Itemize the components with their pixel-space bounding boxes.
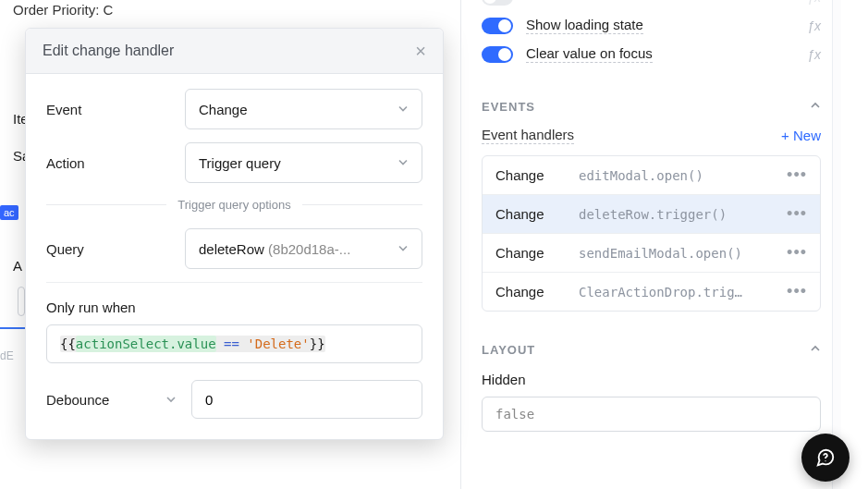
more-icon[interactable]: ••• <box>779 287 807 296</box>
inspector-panel: ƒx Show loading state ƒx Clear value on … <box>460 0 841 489</box>
bg-order-priority: Order Priority: C <box>13 2 113 18</box>
handler-event: Change <box>495 284 579 300</box>
condition-input[interactable]: {{actionSelect.value == 'Delete'}} <box>46 324 422 363</box>
toggle-show-loading-label: Show loading state <box>526 17 643 34</box>
hidden-label: Hidden <box>482 372 821 387</box>
edit-handler-modal: Edit change handler × Event Change Actio… <box>25 28 444 440</box>
layout-section-title: LAYOUT <box>482 343 535 357</box>
chevron-down-icon <box>397 102 409 117</box>
chevron-down-icon <box>165 392 177 408</box>
handler-action: sendEmailModal.open() <box>579 246 779 261</box>
toggle-row-show-loading: Show loading state ƒx <box>461 11 841 40</box>
layout-section-header[interactable]: LAYOUT <box>461 330 841 366</box>
panel-resize-handle[interactable] <box>832 0 841 489</box>
event-handlers-label: Event handlers <box>482 127 574 144</box>
help-button[interactable] <box>801 434 850 482</box>
modal-header: Edit change handler × <box>26 29 443 74</box>
action-select[interactable]: Trigger query <box>185 142 422 183</box>
handler-action: editModal.open() <box>579 168 779 183</box>
handler-action: deleteRow.trigger() <box>579 207 779 222</box>
modal-title: Edit change handler <box>43 43 174 59</box>
chevron-up-icon <box>810 100 821 114</box>
toggle-show-loading[interactable] <box>482 18 513 34</box>
divider <box>46 282 422 283</box>
query-label: Query <box>46 241 185 257</box>
more-icon[interactable]: ••• <box>779 210 807 218</box>
bg-label-a: A <box>13 258 22 274</box>
bg-faded-text: dE <box>0 349 14 362</box>
query-id: (8b20d18a-... <box>268 241 350 257</box>
fx-icon[interactable]: ƒx <box>807 47 821 62</box>
svg-point-0 <box>825 460 825 461</box>
fx-icon[interactable]: ƒx <box>807 18 821 33</box>
handler-row[interactable]: Change ClearActionDrop.trig… ••• <box>483 272 820 311</box>
query-select[interactable]: deleteRow (8b20d18a-... <box>185 228 422 269</box>
chevron-down-icon <box>397 241 409 257</box>
options-divider: Trigger query options <box>46 196 422 212</box>
handler-event: Change <box>495 245 579 261</box>
toggle-row-hide-clear: ƒx <box>461 0 841 11</box>
toggle-clear-focus[interactable] <box>482 46 513 63</box>
handler-event: Change <box>495 167 579 183</box>
hidden-input[interactable]: false <box>482 397 821 432</box>
events-section-header[interactable]: EVENTS <box>461 87 841 123</box>
debounce-input[interactable] <box>191 380 422 419</box>
bg-component-chip[interactable]: ac <box>0 205 18 220</box>
event-handlers-list: Change editModal.open() ••• Change delet… <box>482 155 821 312</box>
event-select[interactable]: Change <box>185 89 422 129</box>
toggle-clear-focus-label: Clear value on focus <box>526 45 653 63</box>
event-select-value: Change <box>199 102 248 117</box>
handler-row[interactable]: Change sendEmailModal.open() ••• <box>483 233 820 272</box>
debounce-label[interactable]: Debounce <box>46 392 182 408</box>
only-run-when-label: Only run when <box>46 300 422 315</box>
new-handler-button[interactable]: + New <box>781 128 821 143</box>
handler-row[interactable]: Change editModal.open() ••• <box>483 156 820 194</box>
handler-action: ClearActionDrop.trig… <box>579 285 779 300</box>
action-select-value: Trigger query <box>199 155 281 171</box>
events-section-title: EVENTS <box>482 100 535 114</box>
close-icon[interactable]: × <box>415 42 426 60</box>
handler-row[interactable]: Change deleteRow.trigger() ••• <box>483 194 820 233</box>
handler-event: Change <box>495 206 579 222</box>
more-icon[interactable]: ••• <box>779 171 807 179</box>
action-label: Action <box>46 155 185 171</box>
options-divider-label: Trigger query options <box>166 198 301 212</box>
chevron-up-icon <box>810 343 821 357</box>
fx-icon[interactable]: ƒx <box>807 0 821 5</box>
more-icon[interactable]: ••• <box>779 249 807 257</box>
bg-input-fragment[interactable] <box>18 287 25 316</box>
query-name: deleteRow <box>199 241 264 257</box>
bg-tab-underline <box>0 327 28 329</box>
toggle-hide-clear[interactable] <box>482 0 513 6</box>
chevron-down-icon <box>397 155 409 171</box>
toggle-row-clear-focus: Clear value on focus ƒx <box>461 40 841 68</box>
event-label: Event <box>46 102 185 117</box>
